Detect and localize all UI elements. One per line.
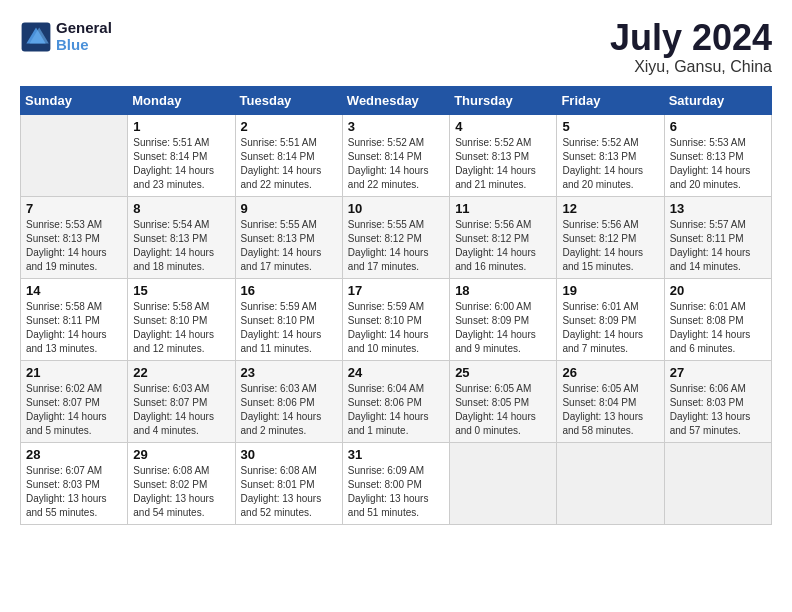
day-info: Sunrise: 6:01 AM Sunset: 8:09 PM Dayligh… [562,300,658,356]
month-title: July 2024 [610,20,772,56]
calendar-cell: 19Sunrise: 6:01 AM Sunset: 8:09 PM Dayli… [557,279,664,361]
day-number: 14 [26,283,122,298]
calendar-cell: 25Sunrise: 6:05 AM Sunset: 8:05 PM Dayli… [450,361,557,443]
column-header-wednesday: Wednesday [342,87,449,115]
day-info: Sunrise: 5:58 AM Sunset: 8:10 PM Dayligh… [133,300,229,356]
day-info: Sunrise: 5:59 AM Sunset: 8:10 PM Dayligh… [348,300,444,356]
calendar-cell: 21Sunrise: 6:02 AM Sunset: 8:07 PM Dayli… [21,361,128,443]
day-info: Sunrise: 5:54 AM Sunset: 8:13 PM Dayligh… [133,218,229,274]
column-header-tuesday: Tuesday [235,87,342,115]
week-row-3: 14Sunrise: 5:58 AM Sunset: 8:11 PM Dayli… [21,279,772,361]
calendar-cell: 18Sunrise: 6:00 AM Sunset: 8:09 PM Dayli… [450,279,557,361]
day-info: Sunrise: 5:53 AM Sunset: 8:13 PM Dayligh… [26,218,122,274]
column-header-friday: Friday [557,87,664,115]
week-row-1: 1Sunrise: 5:51 AM Sunset: 8:14 PM Daylig… [21,115,772,197]
day-info: Sunrise: 5:52 AM Sunset: 8:13 PM Dayligh… [455,136,551,192]
calendar-cell [21,115,128,197]
column-header-sunday: Sunday [21,87,128,115]
calendar-header: SundayMondayTuesdayWednesdayThursdayFrid… [21,87,772,115]
day-info: Sunrise: 6:06 AM Sunset: 8:03 PM Dayligh… [670,382,766,438]
day-number: 29 [133,447,229,462]
day-number: 28 [26,447,122,462]
day-number: 20 [670,283,766,298]
calendar-cell: 7Sunrise: 5:53 AM Sunset: 8:13 PM Daylig… [21,197,128,279]
day-number: 6 [670,119,766,134]
column-header-monday: Monday [128,87,235,115]
calendar-cell: 15Sunrise: 5:58 AM Sunset: 8:10 PM Dayli… [128,279,235,361]
day-number: 7 [26,201,122,216]
title-block: July 2024 Xiyu, Gansu, China [610,20,772,76]
logo-line2: Blue [56,37,112,54]
day-info: Sunrise: 6:02 AM Sunset: 8:07 PM Dayligh… [26,382,122,438]
week-row-5: 28Sunrise: 6:07 AM Sunset: 8:03 PM Dayli… [21,443,772,525]
calendar-cell: 6Sunrise: 5:53 AM Sunset: 8:13 PM Daylig… [664,115,771,197]
calendar-cell: 5Sunrise: 5:52 AM Sunset: 8:13 PM Daylig… [557,115,664,197]
day-number: 11 [455,201,551,216]
day-info: Sunrise: 5:51 AM Sunset: 8:14 PM Dayligh… [241,136,337,192]
calendar-cell: 28Sunrise: 6:07 AM Sunset: 8:03 PM Dayli… [21,443,128,525]
day-info: Sunrise: 6:01 AM Sunset: 8:08 PM Dayligh… [670,300,766,356]
day-info: Sunrise: 6:05 AM Sunset: 8:05 PM Dayligh… [455,382,551,438]
calendar-cell [557,443,664,525]
day-number: 31 [348,447,444,462]
day-number: 3 [348,119,444,134]
calendar-cell: 1Sunrise: 5:51 AM Sunset: 8:14 PM Daylig… [128,115,235,197]
column-header-thursday: Thursday [450,87,557,115]
day-number: 25 [455,365,551,380]
calendar-cell: 24Sunrise: 6:04 AM Sunset: 8:06 PM Dayli… [342,361,449,443]
calendar-cell [664,443,771,525]
calendar-cell: 11Sunrise: 5:56 AM Sunset: 8:12 PM Dayli… [450,197,557,279]
logo-icon [20,21,52,53]
page-header: General Blue July 2024 Xiyu, Gansu, Chin… [20,20,772,76]
day-info: Sunrise: 5:55 AM Sunset: 8:13 PM Dayligh… [241,218,337,274]
calendar-cell [450,443,557,525]
day-info: Sunrise: 5:56 AM Sunset: 8:12 PM Dayligh… [455,218,551,274]
day-number: 23 [241,365,337,380]
day-info: Sunrise: 6:04 AM Sunset: 8:06 PM Dayligh… [348,382,444,438]
column-header-saturday: Saturday [664,87,771,115]
day-info: Sunrise: 5:53 AM Sunset: 8:13 PM Dayligh… [670,136,766,192]
calendar-cell: 22Sunrise: 6:03 AM Sunset: 8:07 PM Dayli… [128,361,235,443]
day-number: 1 [133,119,229,134]
calendar-cell: 17Sunrise: 5:59 AM Sunset: 8:10 PM Dayli… [342,279,449,361]
logo-line1: General [56,20,112,37]
week-row-2: 7Sunrise: 5:53 AM Sunset: 8:13 PM Daylig… [21,197,772,279]
day-info: Sunrise: 6:07 AM Sunset: 8:03 PM Dayligh… [26,464,122,520]
day-number: 9 [241,201,337,216]
calendar-cell: 10Sunrise: 5:55 AM Sunset: 8:12 PM Dayli… [342,197,449,279]
calendar-cell: 9Sunrise: 5:55 AM Sunset: 8:13 PM Daylig… [235,197,342,279]
day-info: Sunrise: 6:00 AM Sunset: 8:09 PM Dayligh… [455,300,551,356]
day-number: 13 [670,201,766,216]
logo-text: General Blue [56,20,112,53]
calendar-cell: 2Sunrise: 5:51 AM Sunset: 8:14 PM Daylig… [235,115,342,197]
day-info: Sunrise: 5:55 AM Sunset: 8:12 PM Dayligh… [348,218,444,274]
calendar-body: 1Sunrise: 5:51 AM Sunset: 8:14 PM Daylig… [21,115,772,525]
day-number: 12 [562,201,658,216]
calendar-cell: 26Sunrise: 6:05 AM Sunset: 8:04 PM Dayli… [557,361,664,443]
day-number: 19 [562,283,658,298]
calendar-cell: 13Sunrise: 5:57 AM Sunset: 8:11 PM Dayli… [664,197,771,279]
calendar-cell: 29Sunrise: 6:08 AM Sunset: 8:02 PM Dayli… [128,443,235,525]
day-number: 10 [348,201,444,216]
calendar-cell: 27Sunrise: 6:06 AM Sunset: 8:03 PM Dayli… [664,361,771,443]
day-info: Sunrise: 5:52 AM Sunset: 8:14 PM Dayligh… [348,136,444,192]
calendar-cell: 4Sunrise: 5:52 AM Sunset: 8:13 PM Daylig… [450,115,557,197]
day-number: 8 [133,201,229,216]
day-number: 2 [241,119,337,134]
calendar-cell: 31Sunrise: 6:09 AM Sunset: 8:00 PM Dayli… [342,443,449,525]
day-info: Sunrise: 6:03 AM Sunset: 8:06 PM Dayligh… [241,382,337,438]
day-info: Sunrise: 6:09 AM Sunset: 8:00 PM Dayligh… [348,464,444,520]
day-info: Sunrise: 5:52 AM Sunset: 8:13 PM Dayligh… [562,136,658,192]
calendar-cell: 12Sunrise: 5:56 AM Sunset: 8:12 PM Dayli… [557,197,664,279]
calendar-cell: 30Sunrise: 6:08 AM Sunset: 8:01 PM Dayli… [235,443,342,525]
calendar-table: SundayMondayTuesdayWednesdayThursdayFrid… [20,86,772,525]
header-row: SundayMondayTuesdayWednesdayThursdayFrid… [21,87,772,115]
day-info: Sunrise: 5:56 AM Sunset: 8:12 PM Dayligh… [562,218,658,274]
calendar-cell: 16Sunrise: 5:59 AM Sunset: 8:10 PM Dayli… [235,279,342,361]
day-number: 5 [562,119,658,134]
day-info: Sunrise: 5:58 AM Sunset: 8:11 PM Dayligh… [26,300,122,356]
calendar-cell: 23Sunrise: 6:03 AM Sunset: 8:06 PM Dayli… [235,361,342,443]
calendar-cell: 8Sunrise: 5:54 AM Sunset: 8:13 PM Daylig… [128,197,235,279]
week-row-4: 21Sunrise: 6:02 AM Sunset: 8:07 PM Dayli… [21,361,772,443]
day-info: Sunrise: 6:05 AM Sunset: 8:04 PM Dayligh… [562,382,658,438]
